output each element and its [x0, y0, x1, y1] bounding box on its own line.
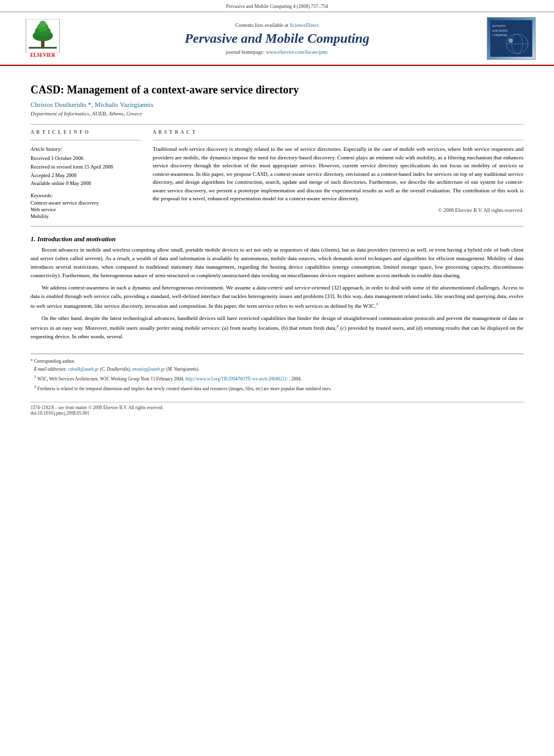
journal-citation: Pervasive and Mobile Computing 4 (2008) …	[226, 4, 328, 9]
divider-abstract	[153, 140, 523, 140]
keywords-block: Keywords: Context-aware service discover…	[31, 192, 140, 219]
footnote-2: 2 Freshness is related to the temporal d…	[31, 383, 523, 392]
svg-rect-0	[29, 47, 57, 49]
bottom-bar: 1574-1192/$ – see front matter © 2008 El…	[31, 402, 523, 416]
homepage-url[interactable]: www.elsevier.com/locate/pmc	[266, 49, 328, 55]
article-columns: A R T I C L E I N F O Article history: R…	[31, 129, 523, 220]
abstract-text: Traditional web service discovery is str…	[153, 145, 523, 203]
keyword-2: Web service	[31, 206, 140, 213]
issn-line: 1574-1192/$ – see front matter © 2008 El…	[31, 405, 523, 410]
keyword-3: Mobility	[31, 213, 140, 219]
svg-point-14	[509, 38, 513, 43]
journal-banner: ELSEVIER Contents lists available at Sci…	[0, 12, 554, 66]
doi-line: doi:10.1016/j.pmcj.2008.05.001	[31, 410, 523, 416]
section-divider-1	[31, 226, 523, 227]
abstract-label: A B S T R A C T	[153, 129, 523, 135]
affiliation: Department of Informatics, AUEB, Athens,…	[31, 111, 523, 117]
copyright: © 2008 Elsevier B.V. All rights reserved…	[153, 207, 523, 213]
section1-para3: On the other hand, despite the latest te…	[31, 314, 523, 341]
sciencedirect-link[interactable]: ScienceDirect	[290, 22, 319, 28]
received-revised: Received in revised form 15 April 2008	[31, 163, 140, 171]
content-area: CASD: Management of a context-aware serv…	[0, 66, 554, 428]
keywords-label: Keywords:	[31, 192, 140, 198]
banner-center: Contents lists available at ScienceDirec…	[67, 22, 487, 55]
page-header: Pervasive and Mobile Computing 4 (2008) …	[0, 0, 554, 12]
elsevier-label: ELSEVIER	[31, 53, 55, 58]
elsevier-logo-area: ELSEVIER	[18, 19, 67, 58]
article-info-col: A R T I C L E I N F O Article history: R…	[31, 129, 140, 220]
journal-homepage: journal homepage: www.elsevier.com/locat…	[67, 49, 487, 55]
section1-para1: Recent advances in mobile and wireless c…	[31, 246, 523, 280]
article-info-label: A R T I C L E I N F O	[31, 129, 140, 135]
divider-1	[31, 124, 523, 125]
journal-title: Pervasive and Mobile Computing	[67, 31, 487, 46]
available: Available online 8 May 2008	[31, 180, 140, 187]
thumb-image: pervasive and mobile computing	[487, 20, 535, 57]
section1-para2: We address context-awareness in such a d…	[31, 284, 523, 311]
authors: Christos Doulkeridis *, Michalis Vazirgi…	[31, 101, 523, 108]
section1-heading: 1. Introduction and motivation	[31, 235, 523, 242]
divider-info	[31, 140, 140, 140]
svg-text:pervasive: pervasive	[492, 24, 506, 27]
footnote-1: 1 W3C, Web Services Architecture, W3C Wo…	[31, 374, 523, 382]
elsevier-tree-icon	[24, 19, 61, 53]
svg-text:and mobile: and mobile	[492, 29, 508, 32]
svg-text:computing: computing	[492, 33, 507, 37]
footnote-corresponding: * Corresponding author.	[31, 358, 523, 365]
sciencedirect-line: Contents lists available at ScienceDirec…	[67, 22, 487, 28]
fn1-url[interactable]: http://www.w3.org/TR/2004/NOTE-ws-arch-2…	[186, 376, 288, 382]
paper-title: CASD: Management of a context-aware serv…	[31, 83, 523, 97]
history-label: Article history:	[31, 145, 140, 153]
accepted: Accepted 2 May 2008	[31, 172, 140, 180]
article-history: Article history: Received 1 October 2006…	[31, 145, 140, 187]
svg-point-5	[40, 21, 46, 27]
keyword-1: Context-aware service discovery	[31, 200, 140, 206]
footnote-email: E-mail addresses: cdoulk@aueb.gr (C. Dou…	[31, 366, 523, 373]
abstract-col: A B S T R A C T Traditional web service …	[153, 129, 523, 220]
journal-thumbnail: pervasive and mobile computing	[487, 17, 536, 60]
received1: Received 1 October 2006	[31, 154, 140, 162]
footnote-area: * Corresponding author. E-mail addresses…	[31, 354, 523, 392]
email2-link[interactable]: mvazirg@aueb.gr	[132, 366, 165, 372]
email1-link[interactable]: cdoulk@aueb.gr	[68, 366, 99, 372]
